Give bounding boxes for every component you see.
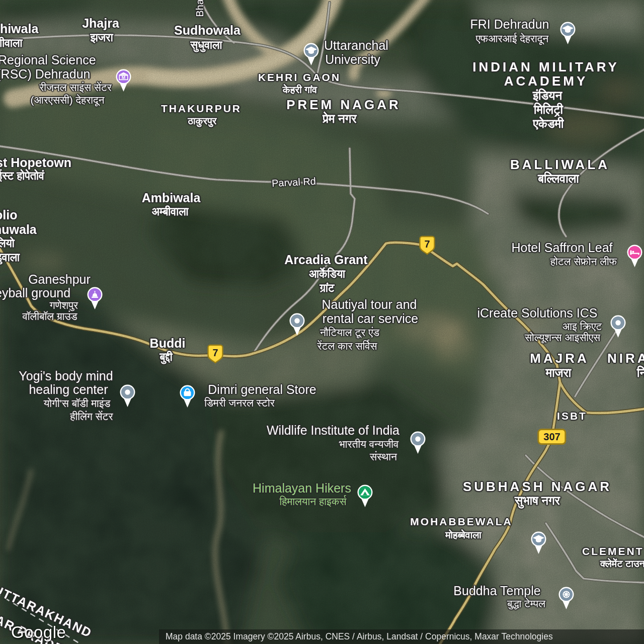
label-fri-dehradun-hindi[interactable]: एफआरआई देहरादून xyxy=(476,33,549,44)
label-sudhowala-hindi[interactable]: सुधुवाला xyxy=(191,40,222,51)
label-fri-dehradun[interactable]: FRI Dehradun xyxy=(470,18,549,31)
label-shiwala-partial[interactable]: shiwala xyxy=(0,23,38,35)
label-himalayan-hikers-hindi[interactable]: हिमालयान हाइकर्स xyxy=(280,496,347,507)
google-maps-satellite-view[interactable]: Google Map data ©2025 Imagery ©2025 Airb… xyxy=(0,0,644,644)
place-pin-yogis[interactable] xyxy=(118,384,137,408)
label-subhash-nagar-hindi[interactable]: सुभाष नगर xyxy=(515,495,560,507)
label-ganeshpur-hindi2[interactable]: वॉलीबॉल ग्राउंड xyxy=(22,311,77,321)
label-hotel-saffron-leaf[interactable]: Hotel Saffron Leaf xyxy=(511,242,612,254)
label-jhajra-hindi[interactable]: झजरा xyxy=(90,32,113,43)
label-ima-hindi2[interactable]: मिलिट्री xyxy=(534,104,563,116)
label-ima-hindi3[interactable]: एकेडमी xyxy=(533,118,564,130)
label-nira-hindi-partial[interactable]: नि xyxy=(637,367,644,379)
label-buddha-temple[interactable]: Buddha Temple xyxy=(453,585,540,597)
label-buddi-hindi[interactable]: बुद्दी xyxy=(159,352,172,363)
label-shiwala-hindi[interactable]: शीवाला xyxy=(0,38,22,49)
label-huwala-partial[interactable]: huwala xyxy=(0,223,37,236)
label-kehri-gaon[interactable]: KEHRI GAON xyxy=(258,72,341,83)
label-yogis-hindi1[interactable]: योगी'स बॉडी माइंड xyxy=(44,398,111,409)
label-balliwala-hindi[interactable]: बल्लिवाला xyxy=(538,173,579,185)
hotel-pin-saffron-leaf[interactable] xyxy=(625,244,644,268)
label-icreate[interactable]: iCreate Solutions ICS xyxy=(477,307,597,319)
label-thakurpur[interactable]: THAKURPUR xyxy=(161,103,242,114)
route-badge-307: 307 xyxy=(537,429,566,445)
school-pin-subhash-nagar[interactable] xyxy=(529,531,548,554)
label-arcadia-grant[interactable]: Arcadia Grant xyxy=(284,254,367,266)
label-prem-nagar[interactable]: PREM NAGAR xyxy=(286,98,401,111)
route-badge-7-buddi: 7 xyxy=(206,344,225,366)
label-wildlife-institute[interactable]: Wildlife Institute of India xyxy=(267,424,399,437)
label-majra[interactable]: MAJRA xyxy=(530,352,589,365)
label-uttaranchal-line1[interactable]: Uttaranchal xyxy=(324,39,388,52)
label-ima-hindi1[interactable]: इंडियन xyxy=(533,90,562,102)
label-volleyball-ground-partial[interactable]: eyball ground xyxy=(0,287,70,299)
label-dimri-store-hindi[interactable]: डिमरी जनरल स्टोर xyxy=(204,397,275,408)
label-thakurpur-hindi[interactable]: ठाकुरपुर xyxy=(188,116,216,126)
label-dhuwala-hindi-partial[interactable]: ढुवाला xyxy=(0,252,20,263)
label-arcadia-hindi1[interactable]: आर्केडिया xyxy=(309,269,345,280)
label-clement-town-hindi[interactable]: क्लेमेंट टाउन xyxy=(600,558,644,569)
label-prem-nagar-hindi[interactable]: प्रेम नगर xyxy=(323,113,356,125)
label-wildlife-hindi2[interactable]: संस्थान xyxy=(370,451,397,462)
label-ima-line2[interactable]: ACADEMY xyxy=(504,74,588,88)
google-logo[interactable]: Google xyxy=(11,623,66,642)
svg-text:7: 7 xyxy=(212,347,218,358)
label-yogis-hindi2[interactable]: हीलिंग सेंटर xyxy=(70,411,113,422)
label-sudhowala[interactable]: Sudhowala xyxy=(174,24,240,37)
label-yogis-line2[interactable]: healing center xyxy=(29,383,108,396)
university-pin-uttaranchal[interactable] xyxy=(302,42,320,66)
label-himalayan-hikers[interactable]: Himalayan Hikers xyxy=(253,482,351,495)
label-parval-rd: Parval Rd xyxy=(272,176,316,189)
temple-pin-buddha[interactable] xyxy=(557,586,576,610)
label-regional-science-line1[interactable]: Regional Science xyxy=(0,54,96,66)
label-nautiyal-line1[interactable]: Nautiyal tour and xyxy=(321,298,417,311)
label-clement-town-partial[interactable]: CLEMENT TOWN xyxy=(582,546,644,556)
label-rsc-hindi2[interactable]: (आरएससी) देहरादून xyxy=(30,95,104,105)
store-pin-dimri[interactable] xyxy=(178,384,197,408)
label-liyo-hindi-partial[interactable]: लियो xyxy=(0,238,15,249)
label-nautiyal-hindi1[interactable]: नौटियाल टूर एंड xyxy=(320,327,379,338)
label-jhajra[interactable]: Jhajra xyxy=(82,17,119,30)
label-nira-partial[interactable]: NIRA xyxy=(607,352,644,365)
attribution-bar: Map data ©2025 Imagery ©2025 Airbus, CNE… xyxy=(159,629,644,644)
label-kehri-gaon-hindi[interactable]: केहरी गांव xyxy=(283,85,317,95)
place-pin-icreate[interactable] xyxy=(609,314,627,338)
label-buddha-temple-hindi[interactable]: बुद्धा टेम्पल xyxy=(507,598,545,609)
label-ganeshpur-hindi1[interactable]: गणेशपुर xyxy=(50,300,78,310)
label-arcadia-hindi2[interactable]: ग्रांट xyxy=(320,283,335,294)
label-ganeshpur-line1[interactable]: Ganeshpur xyxy=(28,273,91,286)
label-yogis-line1[interactable]: Yogi's body mind xyxy=(19,370,113,382)
label-hotel-saffron-hindi[interactable]: होटल सेफ्रोन लीफ xyxy=(550,256,617,267)
label-mohabbewala-hindi[interactable]: मोहब्बेवाला xyxy=(445,530,481,540)
label-ambiwala[interactable]: Ambiwala xyxy=(142,192,201,204)
label-regional-science-line2[interactable]: r (RSC) Dehradun xyxy=(0,68,90,80)
place-pin-wildlife-institute[interactable] xyxy=(409,431,427,454)
attribution-text: Map data ©2025 Imagery ©2025 Airbus, CNE… xyxy=(159,631,553,642)
label-mohabbewala[interactable]: MOHABBEWALA xyxy=(410,516,512,527)
label-balliwala[interactable]: BALLIWALA xyxy=(510,158,610,171)
label-rsc-hindi1[interactable]: रीजनल साइंस सेंटर xyxy=(39,82,112,93)
label-east-hopetown-partial[interactable]: st Hopetown xyxy=(0,156,71,169)
label-bha-road: Bha xyxy=(195,0,205,17)
museum-pin-rsc[interactable]: M xyxy=(114,68,133,92)
label-east-hopetown-hindi[interactable]: ईस्ट होपेतोवं xyxy=(0,171,44,182)
label-ambiwala-hindi[interactable]: अम्बीवाला xyxy=(151,206,188,217)
label-wildlife-hindi1[interactable]: भारतीय वन्यजीव xyxy=(339,439,399,449)
label-buddi[interactable]: Buddi xyxy=(150,337,186,350)
svg-text:M: M xyxy=(121,75,125,80)
label-olio-partial[interactable]: olio xyxy=(0,209,17,221)
label-uttaranchal-line2[interactable]: University xyxy=(325,53,380,66)
label-nautiyal-line2[interactable]: rental car service xyxy=(323,312,418,325)
label-majra-hindi[interactable]: माजरा xyxy=(546,367,572,379)
temple-pin-ganeshpur[interactable] xyxy=(86,286,104,310)
label-icreate-hindi2[interactable]: सोल्यूशन्स आइसीएस xyxy=(525,332,600,343)
label-icreate-hindi1[interactable]: आइ क्रिएट xyxy=(562,321,602,332)
campground-pin-himalayan-hikers[interactable] xyxy=(356,484,374,508)
place-pin-nautiyal[interactable] xyxy=(288,312,306,336)
label-isbt[interactable]: ISBT xyxy=(557,411,587,421)
label-subhash-nagar[interactable]: SUBHASH NAGAR xyxy=(463,480,612,493)
label-nautiyal-hindi2[interactable]: रेंटल कार सर्विस xyxy=(317,341,377,351)
label-dimri-store[interactable]: Dimri general Store xyxy=(208,383,316,396)
university-pin-fri[interactable] xyxy=(558,21,577,45)
label-ima-line1[interactable]: INDIAN MILITARY xyxy=(472,60,619,73)
